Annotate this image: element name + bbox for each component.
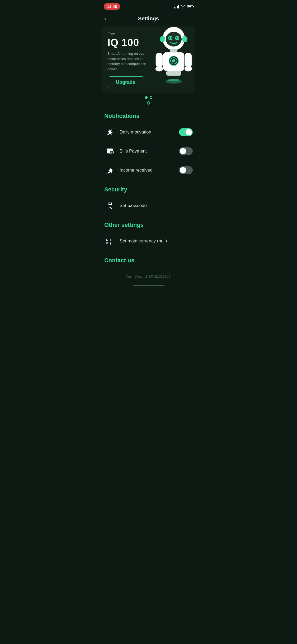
svg-rect-16 <box>185 53 192 67</box>
other-settings-section: Other settings £ $ ¥ € Set main currency… <box>99 217 198 253</box>
status-bar: 11:48 <box>99 0 198 12</box>
robot-illustration <box>150 26 195 84</box>
bills-payment-label: Bills Payment <box>120 149 179 154</box>
list-item: Income received <box>104 161 193 180</box>
svg-line-31 <box>110 207 111 208</box>
svg-point-6 <box>169 37 171 39</box>
svg-point-21 <box>168 79 180 81</box>
iq-description: Smart AI running on eco mode which reduc… <box>107 51 153 72</box>
notifications-section: Notifications Daily motivation $ Bills P… <box>99 108 198 182</box>
svg-text:$: $ <box>110 238 111 241</box>
notifications-title: Notifications <box>104 113 193 119</box>
dot-2 <box>150 96 152 99</box>
list-item[interactable]: £ $ ¥ € Set main currency (null) <box>104 232 193 251</box>
passcode-icon <box>104 200 116 211</box>
home-indicator <box>99 283 198 289</box>
svg-point-14 <box>172 59 175 62</box>
contact-us-title: Contact us <box>104 257 193 264</box>
svg-rect-26 <box>108 151 110 151</box>
svg-point-7 <box>176 37 178 39</box>
svg-point-18 <box>185 66 192 71</box>
svg-text:$: $ <box>111 151 112 154</box>
wifi-icon <box>181 5 185 8</box>
svg-rect-10 <box>170 49 177 52</box>
set-currency-label: Set main currency (null) <box>120 238 193 244</box>
svg-point-8 <box>160 36 165 42</box>
app-version: Cash Coach 2.3.0 (21020805) <box>99 269 198 283</box>
svg-text:¥: ¥ <box>106 242 108 245</box>
other-settings-title: Other settings <box>104 222 193 228</box>
income-received-label: Income received <box>120 168 179 173</box>
back-button[interactable]: ‹ <box>104 15 106 22</box>
section-divider <box>99 100 198 108</box>
daily-motivation-toggle[interactable] <box>179 128 193 136</box>
income-received-toggle[interactable] <box>179 166 193 174</box>
daily-motivation-label: Daily motivation <box>120 130 179 135</box>
list-item: $ Bills Payment <box>104 142 193 161</box>
home-bar <box>133 285 164 286</box>
set-passcode-label: Set passcode <box>120 203 193 208</box>
svg-text:€: € <box>110 242 111 245</box>
daily-motivation-icon <box>104 126 116 138</box>
page-title: Settings <box>138 16 159 22</box>
currency-icon: £ $ ¥ € <box>104 235 116 247</box>
svg-rect-25 <box>108 150 111 150</box>
svg-point-1 <box>166 32 182 47</box>
income-received-icon <box>104 164 116 176</box>
hero-card: Free IQ 100 Smart AI running on eco mode… <box>102 26 195 93</box>
svg-point-17 <box>155 66 163 71</box>
security-title: Security <box>104 186 193 193</box>
list-item: Daily motivation <box>104 123 193 142</box>
dot-1 <box>145 96 148 99</box>
bills-payment-icon: $ <box>104 145 116 157</box>
status-icons <box>174 5 193 8</box>
upgrade-button[interactable]: Upgrade <box>107 76 144 88</box>
svg-point-32 <box>111 208 112 209</box>
contact-us-section: Contact us <box>99 253 198 269</box>
security-section: Security Set passcode <box>99 182 198 217</box>
svg-rect-27 <box>108 172 109 173</box>
svg-rect-19 <box>166 71 181 76</box>
svg-point-9 <box>182 36 187 42</box>
battery-icon <box>187 5 193 8</box>
svg-rect-15 <box>156 53 163 67</box>
bills-payment-toggle[interactable] <box>179 147 193 155</box>
list-item[interactable]: Set passcode <box>104 196 193 215</box>
signal-icon <box>174 5 179 8</box>
svg-text:£: £ <box>106 238 108 241</box>
header: ‹ Settings <box>99 12 198 26</box>
carousel-dots <box>99 93 198 100</box>
diamond-icon <box>147 101 150 105</box>
status-time: 11:48 <box>104 3 120 10</box>
